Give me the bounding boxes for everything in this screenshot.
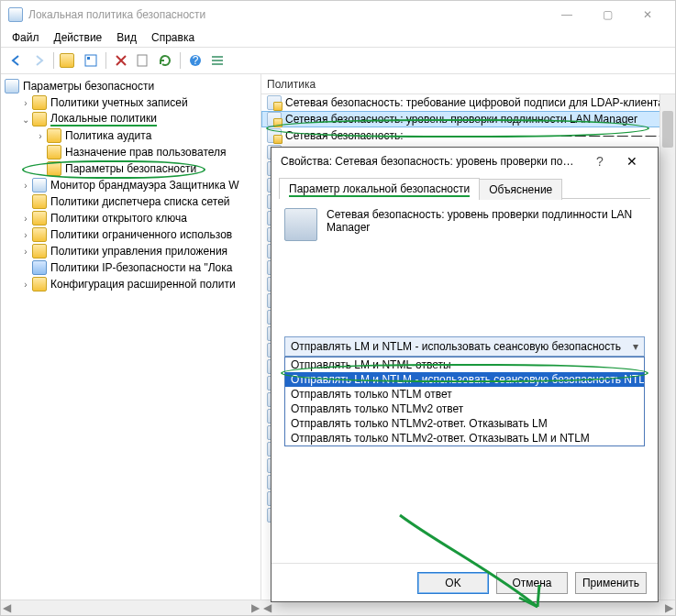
horizontal-scrollbar-left[interactable]: ◀▶ (1, 600, 261, 615)
dialog-description: Сетевая безопасность: уровень проверки п… (327, 208, 645, 234)
close-button[interactable]: ✕ (627, 2, 668, 28)
forward-icon[interactable] (28, 50, 49, 71)
dialog-titlebar: Свойства: Сетевая безопасность: уровень … (272, 148, 658, 175)
list-view-icon[interactable] (207, 50, 227, 71)
expand-icon[interactable]: › (19, 98, 32, 108)
tree-item[interactable]: ⌄Локальные политики (1, 111, 260, 127)
menu-action[interactable]: Действие (54, 31, 103, 44)
window-title: Локальная политика безопасности (28, 8, 547, 21)
folder-icon (32, 211, 47, 226)
dialog-close-button[interactable]: ✕ (614, 154, 650, 169)
tree-item[interactable]: ›Монитор брандмауэра Защитника W (1, 177, 260, 193)
tree-label: Назначение прав пользователя (65, 146, 227, 159)
scroll-thumb[interactable] (662, 111, 673, 148)
tree-item[interactable]: ›Политики управления приложения (1, 243, 260, 259)
dropdown-option[interactable]: Отправлять LM и NTML-ответы (285, 358, 644, 372)
tab-label: Параметр локальной безопасности (289, 182, 470, 197)
expand-icon[interactable]: › (19, 181, 32, 191)
minimize-button[interactable]: — (547, 2, 587, 28)
ok-button[interactable]: OK (417, 572, 489, 594)
tree-label: Политики учетных записей (50, 96, 188, 109)
expand-icon[interactable]: › (34, 131, 47, 141)
policy-label: Сетевая безопасность: — — — — — — — — — … (285, 129, 675, 142)
svg-rect-1 (87, 57, 90, 60)
policy-icon (267, 112, 282, 126)
tree-item[interactable]: ›Политики учетных записей (1, 94, 260, 111)
column-header[interactable]: Политика (261, 74, 675, 94)
help-icon[interactable]: ? (185, 50, 205, 71)
folder-icon (32, 95, 47, 110)
expand-icon[interactable]: › (19, 230, 32, 240)
menu-help[interactable]: Справка (151, 31, 194, 44)
policy-row[interactable]: Сетевая безопасность: уровень проверки п… (261, 111, 675, 127)
tree-item[interactable]: ›Конфигурация расширенной полити (1, 276, 260, 292)
menu-file[interactable]: Файл (12, 31, 39, 44)
expand-icon[interactable]: ⌄ (19, 115, 32, 125)
dialog-title: Свойства: Сетевая безопасность: уровень … (281, 155, 586, 168)
tree-item[interactable]: Политики диспетчера списка сетей (1, 193, 260, 210)
svg-rect-5 (212, 56, 223, 58)
dropdown-option[interactable]: Отправлять только NTLMv2-ответ. Отказыва… (285, 416, 644, 431)
properties-dialog: Свойства: Сетевая безопасность: уровень … (271, 147, 659, 602)
svg-rect-0 (85, 55, 96, 66)
policy-label: Сетевая безопасность: требование цифрово… (285, 96, 664, 109)
dropdown-option[interactable]: Отправлять LM и NTLM - использовать сеан… (285, 372, 644, 387)
tree-label: Конфигурация расширенной полити (50, 278, 236, 291)
folder-icon (32, 112, 47, 126)
up-folder-icon[interactable] (59, 50, 79, 71)
policy-icon (267, 128, 282, 143)
auth-level-combo[interactable]: Отправлять LM и NTLM - использовать сеан… (284, 336, 645, 357)
policy-row[interactable]: Сетевая безопасность: требование цифрово… (261, 94, 675, 111)
menubar: Файл Действие Вид Справка (1, 28, 675, 47)
refresh-icon[interactable] (155, 50, 175, 71)
policy-row[interactable]: Сетевая безопасность: — — — — — — — — — … (261, 127, 675, 144)
tree-item[interactable]: ›Политики открытого ключа (1, 210, 260, 226)
dialog-help-button[interactable]: ? (586, 154, 614, 169)
folder-icon (32, 194, 47, 209)
tree-item[interactable]: Политики IP-безопасности на "Лока (1, 259, 260, 276)
delete-icon[interactable] (111, 50, 131, 71)
expand-icon[interactable]: › (19, 247, 32, 257)
svg-rect-7 (212, 63, 223, 65)
properties-icon[interactable] (81, 50, 101, 71)
back-icon[interactable] (6, 50, 27, 71)
separator (180, 52, 181, 69)
separator (105, 52, 106, 69)
export-icon[interactable] (133, 50, 153, 71)
tree-item[interactable]: Параметры безопасности (1, 160, 260, 177)
folder-icon (32, 178, 47, 192)
vertical-scrollbar[interactable] (659, 94, 675, 600)
expand-icon[interactable]: › (19, 214, 32, 224)
svg-rect-2 (138, 55, 147, 66)
tree-label: Локальные политики (50, 112, 157, 126)
tree-label: Политики IP-безопасности на "Лока (50, 261, 232, 274)
expand-icon[interactable]: › (19, 280, 32, 290)
cancel-button[interactable]: Отмена (496, 572, 568, 594)
dialog-body: Сетевая безопасность: уровень проверки п… (272, 199, 658, 563)
folder-icon (32, 260, 47, 275)
folder-icon (32, 277, 47, 292)
policy-icon (267, 95, 282, 110)
app-icon (8, 7, 23, 22)
dropdown-option[interactable]: Отправлять только NTLMv2 ответ (285, 402, 644, 416)
dialog-buttons: OK Отмена Применить (272, 563, 658, 601)
tab-local-security[interactable]: Параметр локальной безопасности (279, 178, 480, 199)
svg-text:?: ? (193, 54, 199, 67)
tab-explanation[interactable]: Объяснение (479, 179, 562, 200)
folder-icon (32, 244, 47, 258)
dialog-tabs: Параметр локальной безопасности Объяснен… (279, 177, 650, 199)
dropdown-option[interactable]: Отправлять только NTLMv2-ответ. Отказыва… (285, 431, 644, 446)
tree-item[interactable]: Назначение прав пользователя (1, 144, 260, 160)
menu-view[interactable]: Вид (116, 31, 137, 44)
tree-item[interactable]: ›Политики ограниченного использов (1, 226, 260, 243)
tree-item[interactable]: ›Политика аудита (1, 127, 260, 144)
toolbar: ? (1, 47, 675, 74)
dropdown-option[interactable]: Отправлять только NTLM ответ (285, 387, 644, 402)
apply-button[interactable]: Применить (575, 572, 647, 594)
tree-label: Политики управления приложения (50, 245, 227, 258)
maximize-button[interactable]: ▢ (587, 2, 627, 28)
tree-pane[interactable]: Параметры безопасности ›Политики учетных… (1, 74, 261, 600)
policy-label: Сетевая безопасность: уровень проверки п… (285, 113, 637, 126)
auth-level-dropdown[interactable]: Отправлять LM и NTML-ответыОтправлять LM… (284, 357, 645, 446)
tree-root-label[interactable]: Параметры безопасности (23, 80, 154, 93)
